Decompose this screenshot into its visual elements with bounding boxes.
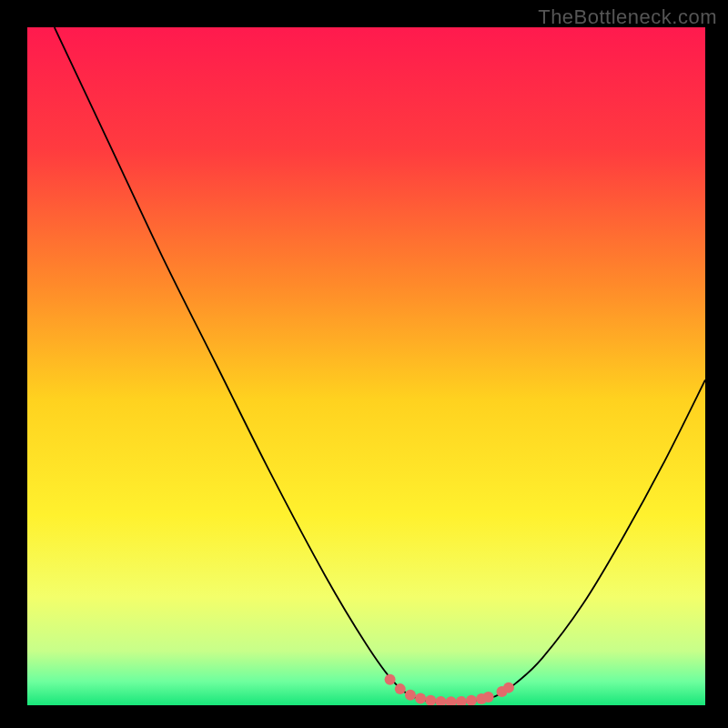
bottleneck-chart: [27, 27, 705, 705]
optimal-marker-dot: [385, 674, 396, 685]
optimal-marker-dot: [483, 692, 494, 703]
chart-plot-area: [27, 27, 705, 705]
optimal-marker-dot: [395, 683, 406, 694]
optimal-marker-dot: [503, 682, 514, 693]
optimal-marker-dot: [415, 693, 426, 704]
watermark-text: TheBottleneck.com: [538, 5, 717, 29]
optimal-marker-dot: [405, 690, 416, 701]
gradient-background: [27, 27, 705, 705]
